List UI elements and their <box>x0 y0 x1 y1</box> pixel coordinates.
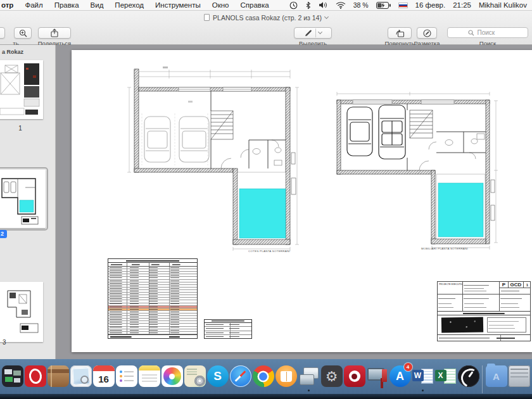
highlight-pen-icon <box>304 29 313 37</box>
titleblock-architect-cell <box>463 282 500 294</box>
status-area: 38 % 16 февр. 21:25 Mikhail Kulikov <box>289 1 532 10</box>
menu-window[interactable]: Окно <box>206 1 235 9</box>
titleblock-col-p: P <box>500 282 509 288</box>
project-label: PROJECTE EXECUTIU <box>439 283 463 286</box>
dock: 16 4 <box>0 359 532 394</box>
dock-reminders[interactable] <box>115 365 137 387</box>
dock-system-preferences[interactable] <box>320 365 343 387</box>
minimized-window-icon <box>509 365 530 387</box>
dock-safari[interactable] <box>229 365 251 387</box>
dock-minimized-window[interactable] <box>508 365 530 387</box>
titleblock-band <box>438 311 530 315</box>
surface-area-table <box>108 258 198 339</box>
thumbnail-sidebar: a Rokaz 1 <box>0 45 56 359</box>
menu-file[interactable]: Файл <box>19 1 48 9</box>
share-button[interactable] <box>38 27 71 39</box>
stamp-info-box <box>487 317 526 332</box>
dock-finereader[interactable] <box>343 365 365 387</box>
notes-icon <box>139 365 160 387</box>
monitor-icon <box>367 365 388 387</box>
window-title-row: PLANOLS casa Rokaz (стр. 2 из 14) <box>0 13 532 22</box>
search-input[interactable] <box>476 28 508 37</box>
dock-app-windows[interactable] <box>298 365 320 387</box>
dock-opera[interactable] <box>24 365 46 387</box>
dock-chrome[interactable] <box>252 365 274 387</box>
wifi-icon[interactable] <box>336 1 346 9</box>
highlight-button[interactable] <box>294 27 332 39</box>
zoom-out-button-fragment[interactable] <box>0 27 5 39</box>
menu-help[interactable]: Справка <box>235 1 275 9</box>
dock-contacts[interactable] <box>47 365 69 387</box>
finereader-eye-icon <box>344 365 365 387</box>
titleblock-plan-name-cell <box>438 294 463 311</box>
window-toolbar: PLANOLS casa Rokaz (стр. 2 из 14) ть мас… <box>0 11 532 45</box>
menu-go[interactable]: Переход <box>109 1 149 9</box>
rotate-button[interactable] <box>388 27 412 39</box>
menu-view[interactable]: Вид <box>85 1 110 9</box>
dock-applications-folder[interactable] <box>485 365 507 387</box>
volume-icon[interactable] <box>319 1 328 9</box>
dock-remote-desktop[interactable] <box>366 365 388 387</box>
dock-photos[interactable] <box>161 365 183 387</box>
bluetooth-icon[interactable] <box>305 1 311 10</box>
summary-table <box>204 319 252 339</box>
desktop-screen: отр Файл Правка Вид Переход Инструменты … <box>0 0 532 399</box>
ibooks-icon <box>276 365 297 387</box>
menu-tools[interactable]: Инструменты <box>149 1 206 9</box>
menu-edit[interactable]: Правка <box>49 1 85 9</box>
opera-icon <box>25 365 46 387</box>
markup-icon <box>423 29 431 37</box>
dock-word[interactable] <box>412 365 434 387</box>
battery-charging-icon[interactable] <box>376 2 391 9</box>
dock-mission-control[interactable] <box>1 365 23 387</box>
dock-skype[interactable] <box>206 365 229 387</box>
dock-calendar[interactable]: 16 <box>92 365 115 387</box>
menu-bar: отр Файл Правка Вид Переход Инструменты … <box>0 0 532 11</box>
markup-button[interactable] <box>417 27 437 39</box>
page-thumbnail-1[interactable] <box>0 60 43 119</box>
zoom-button[interactable] <box>14 27 32 39</box>
search-field[interactable] <box>447 27 528 38</box>
dock-speedtest[interactable] <box>457 365 479 387</box>
skype-icon <box>207 365 229 387</box>
photos-flower-icon <box>162 365 183 387</box>
pdf-page: COTES PLANTA SOTERRANI <box>72 50 532 352</box>
highlight-chevron-down-icon[interactable] <box>318 30 322 34</box>
mission-control-icon <box>2 365 23 387</box>
dock-notes[interactable] <box>138 365 160 387</box>
excel-icon <box>435 365 457 387</box>
dock-preview[interactable] <box>70 365 92 387</box>
recent-items-clock-icon[interactable] <box>289 1 298 10</box>
calendar-icon: 16 <box>93 365 115 387</box>
table-body <box>108 267 197 334</box>
dock-app-store[interactable]: 4 <box>389 365 411 387</box>
thumbnail-3-preview <box>0 282 43 342</box>
right-plan-caption: MOBILIARI PLANTA SOTERRANI <box>407 247 483 250</box>
thumbnail-1-preview <box>0 60 43 119</box>
app-menu-partial[interactable]: отр <box>0 1 19 9</box>
dock-ibooks[interactable] <box>275 365 297 387</box>
magnifier-plus-icon <box>19 29 27 37</box>
keyboard-flag-ru-icon[interactable] <box>398 3 408 8</box>
app-store-icon: 4 <box>390 365 411 387</box>
dock-dvd-maps[interactable] <box>184 365 206 387</box>
window-content: a Rokaz 1 <box>0 45 532 359</box>
page-badge-2: 2 <box>0 230 7 238</box>
stamp-block <box>441 317 483 332</box>
title-chevron-down-icon[interactable] <box>324 14 329 18</box>
battery-percent[interactable]: 38 % <box>353 1 369 9</box>
screen-bottom-strip <box>0 394 532 399</box>
chrome-icon <box>253 365 274 387</box>
applications-folder-icon <box>486 365 507 387</box>
page-thumbnail-3[interactable] <box>0 282 43 342</box>
page-thumbnail-2-selected[interactable] <box>0 170 46 228</box>
app-windows-icon <box>298 365 320 387</box>
notification-badge: 4 <box>404 363 412 371</box>
rotate-icon <box>395 29 405 37</box>
menubar-user[interactable]: Mikhail Kulikov <box>479 1 527 9</box>
titleblock-scale-cell <box>500 294 531 311</box>
menubar-date[interactable]: 16 февр. <box>415 1 446 9</box>
pdf-view[interactable]: COTES PLANTA SOTERRANI <box>56 45 532 359</box>
dock-excel[interactable] <box>434 365 457 387</box>
menubar-time[interactable]: 21:25 <box>453 1 471 9</box>
